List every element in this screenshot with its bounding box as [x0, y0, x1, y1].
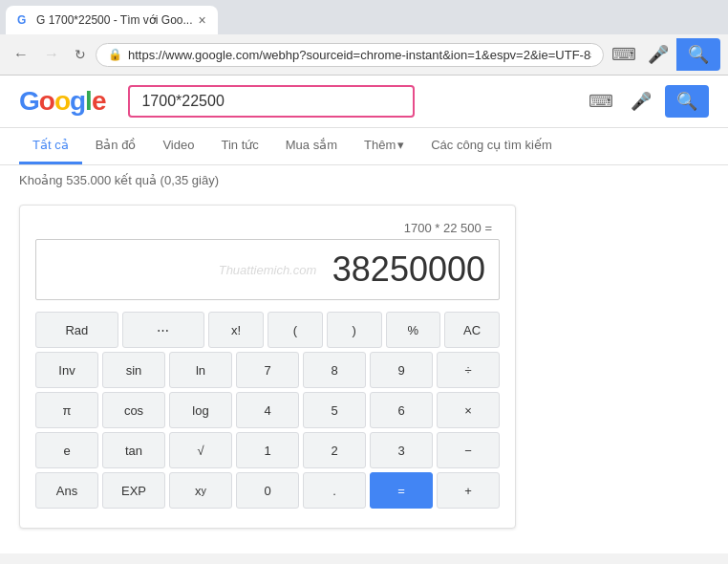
- calc-btn-divide[interactable]: ÷: [437, 352, 500, 388]
- calc-btn-6[interactable]: 6: [370, 392, 433, 428]
- address-bar-container: 🔒: [96, 43, 604, 67]
- calc-btn-1[interactable]: 1: [236, 432, 299, 468]
- google-header: Google ⌨ 🎤 🔍: [0, 76, 728, 128]
- calc-btn-rad[interactable]: Rad: [35, 312, 118, 348]
- calc-btn-percent[interactable]: %: [386, 312, 441, 348]
- calc-row-4: e tan √ 1 2 3 −: [35, 432, 500, 468]
- nav-right-icons: ⌨ 🎤 🔍: [608, 38, 720, 71]
- calc-btn-cos[interactable]: cos: [102, 392, 165, 428]
- calc-btn-2[interactable]: 2: [303, 432, 366, 468]
- calc-btn-sin[interactable]: sin: [102, 352, 165, 388]
- address-bar-input[interactable]: [128, 48, 591, 62]
- back-button[interactable]: ←: [8, 42, 34, 67]
- calc-row-1: Rad ⋯ x! ( ) % AC: [35, 312, 500, 348]
- header-search-input[interactable]: [141, 93, 401, 110]
- search-submit-button[interactable]: 🔍: [665, 85, 709, 118]
- tab-favicon: G: [17, 13, 31, 27]
- tab-video[interactable]: Video: [149, 128, 207, 164]
- tab-ban-do[interactable]: Bản đồ: [82, 128, 150, 164]
- calc-row-5: Ans EXP xy 0 . = +: [35, 472, 500, 509]
- calc-btn-pi[interactable]: π: [35, 392, 98, 428]
- calc-btn-multiply[interactable]: ×: [437, 392, 500, 428]
- google-page: Google ⌨ 🎤 🔍 Tất cả Bản đồ Video Tin tức…: [0, 76, 728, 553]
- tab-mua-sam[interactable]: Mua sắm: [272, 128, 351, 164]
- calc-btn-8[interactable]: 8: [303, 352, 366, 388]
- calc-btn-e[interactable]: e: [35, 432, 98, 468]
- tab-them[interactable]: Thêm ▾: [351, 128, 418, 164]
- calc-btn-5[interactable]: 5: [303, 392, 366, 428]
- calc-btn-sqrt[interactable]: √: [169, 432, 232, 468]
- search-nav: Tất cả Bản đồ Video Tin tức Mua sắm Thêm…: [0, 128, 728, 165]
- calc-row-2: Inv sin ln 7 8 9 ÷: [35, 352, 500, 388]
- tab-close-button[interactable]: ×: [199, 12, 206, 28]
- refresh-button[interactable]: ↻: [69, 43, 92, 66]
- chevron-down-icon: ▾: [397, 138, 404, 152]
- lock-icon: 🔒: [108, 48, 122, 61]
- calc-btn-0[interactable]: 0: [236, 472, 299, 509]
- tab-title: G 1700*22500 - Tìm với Goo...: [36, 13, 193, 27]
- search-button[interactable]: 🔍: [676, 38, 720, 71]
- calc-btn-log[interactable]: log: [169, 392, 232, 428]
- forward-button[interactable]: →: [38, 42, 65, 67]
- results-info: Khoảng 535.000 kết quả (0,35 giây): [0, 165, 728, 195]
- calc-btn-7[interactable]: 7: [236, 352, 299, 388]
- tab-tat-ca[interactable]: Tất cả: [19, 128, 82, 164]
- calc-btn-close-paren[interactable]: ): [327, 312, 382, 348]
- calc-display: Thuattiemich.com 38250000: [35, 239, 500, 300]
- header-icons: ⌨ 🎤 🔍: [585, 85, 709, 118]
- browser-tab[interactable]: G G 1700*22500 - Tìm với Goo... ×: [6, 6, 218, 34]
- keyboard-icon-button-header[interactable]: ⌨: [585, 87, 617, 116]
- header-search-box[interactable]: [128, 85, 415, 118]
- calc-result: 38250000: [332, 249, 485, 289]
- calc-btn-dots[interactable]: ⋯: [122, 312, 205, 348]
- tab-tin-tuc[interactable]: Tin tức: [207, 128, 271, 164]
- calc-btn-power[interactable]: xy: [169, 472, 232, 509]
- calc-btn-equals[interactable]: =: [370, 472, 433, 509]
- calc-btn-subtract[interactable]: −: [437, 432, 500, 468]
- calc-btn-decimal[interactable]: .: [303, 472, 366, 509]
- calc-btn-3[interactable]: 3: [370, 432, 433, 468]
- google-logo: Google: [19, 86, 105, 117]
- calc-btn-ln[interactable]: ln: [169, 352, 232, 388]
- calc-btn-add[interactable]: +: [437, 472, 500, 509]
- calc-expression: 1700 * 22 500 =: [35, 221, 500, 235]
- calculator-widget: 1700 * 22 500 = Thuattiemich.com 3825000…: [19, 205, 516, 529]
- calc-btn-inv[interactable]: Inv: [35, 352, 98, 388]
- microphone-icon-button[interactable]: 🎤: [644, 40, 673, 69]
- calc-btn-tan[interactable]: tan: [102, 432, 165, 468]
- microphone-icon-button-header[interactable]: 🎤: [627, 87, 655, 116]
- calc-btn-factorial[interactable]: x!: [208, 312, 264, 348]
- calc-btn-ans[interactable]: Ans: [35, 472, 98, 509]
- tab-cong-cu[interactable]: Các công cụ tìm kiếm: [418, 128, 566, 164]
- calc-btn-9[interactable]: 9: [370, 352, 433, 388]
- calc-row-3: π cos log 4 5 6 ×: [35, 392, 500, 428]
- calc-btn-ac[interactable]: AC: [444, 312, 500, 348]
- calc-btn-4[interactable]: 4: [236, 392, 299, 428]
- keyboard-icon-button[interactable]: ⌨: [608, 40, 640, 69]
- calc-watermark: Thuattiemich.com: [219, 263, 317, 277]
- calc-btn-exp[interactable]: EXP: [102, 472, 165, 509]
- calc-btn-open-paren[interactable]: (: [268, 312, 323, 348]
